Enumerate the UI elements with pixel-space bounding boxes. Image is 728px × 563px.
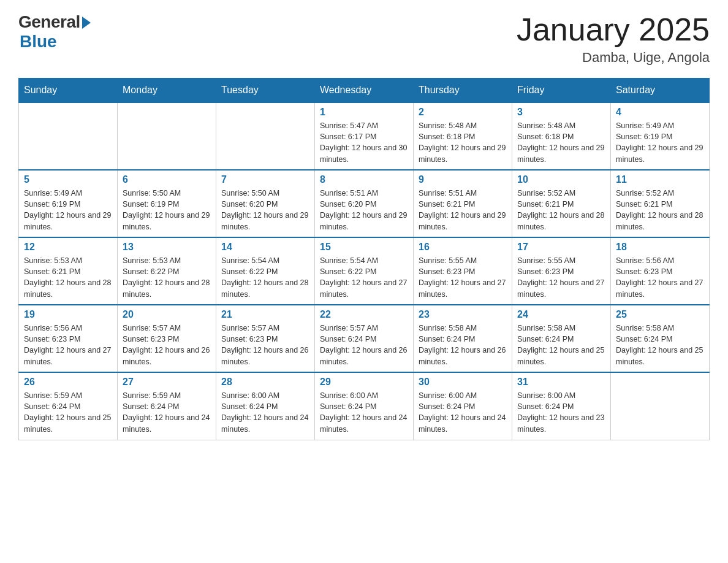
- week-row-3: 12Sunrise: 5:53 AMSunset: 6:21 PMDayligh…: [19, 237, 710, 305]
- day-info: Sunrise: 6:00 AMSunset: 6:24 PMDaylight:…: [320, 390, 408, 435]
- header-thursday: Thursday: [414, 79, 512, 103]
- calendar-cell: 28Sunrise: 6:00 AMSunset: 6:24 PMDayligh…: [216, 372, 315, 440]
- calendar-cell: 14Sunrise: 5:54 AMSunset: 6:22 PMDayligh…: [216, 237, 315, 305]
- day-info: Sunrise: 5:50 AMSunset: 6:20 PMDaylight:…: [221, 188, 309, 232]
- day-number: 20: [123, 309, 211, 320]
- calendar-cell: 10Sunrise: 5:52 AMSunset: 6:21 PMDayligh…: [512, 170, 611, 237]
- day-number: 14: [221, 242, 309, 253]
- calendar-cell: 7Sunrise: 5:50 AMSunset: 6:20 PMDaylight…: [216, 170, 315, 237]
- calendar-cell: 3Sunrise: 5:48 AMSunset: 6:18 PMDaylight…: [512, 102, 611, 170]
- day-info: Sunrise: 5:58 AMSunset: 6:24 PMDaylight:…: [517, 323, 605, 367]
- logo: General Blue: [18, 12, 91, 52]
- day-number: 12: [24, 242, 112, 253]
- calendar-header-row: SundayMondayTuesdayWednesdayThursdayFrid…: [19, 79, 710, 103]
- logo-arrow-icon: [82, 17, 91, 29]
- day-number: 18: [616, 242, 704, 253]
- day-number: 7: [221, 174, 309, 185]
- day-info: Sunrise: 5:56 AMSunset: 6:23 PMDaylight:…: [24, 323, 112, 367]
- calendar-cell: 26Sunrise: 5:59 AMSunset: 6:24 PMDayligh…: [19, 372, 118, 440]
- day-info: Sunrise: 5:57 AMSunset: 6:24 PMDaylight:…: [320, 323, 408, 367]
- day-number: 23: [419, 309, 507, 320]
- calendar-cell: 27Sunrise: 5:59 AMSunset: 6:24 PMDayligh…: [118, 372, 216, 440]
- day-info: Sunrise: 5:59 AMSunset: 6:24 PMDaylight:…: [123, 390, 211, 435]
- day-info: Sunrise: 5:51 AMSunset: 6:21 PMDaylight:…: [419, 188, 507, 232]
- calendar-cell: 15Sunrise: 5:54 AMSunset: 6:22 PMDayligh…: [315, 237, 414, 305]
- week-row-2: 5Sunrise: 5:49 AMSunset: 6:19 PMDaylight…: [19, 170, 710, 237]
- day-number: 27: [123, 377, 211, 388]
- header-saturday: Saturday: [611, 79, 710, 103]
- calendar-cell: 2Sunrise: 5:48 AMSunset: 6:18 PMDaylight…: [414, 102, 512, 170]
- calendar-cell: 5Sunrise: 5:49 AMSunset: 6:19 PMDaylight…: [19, 170, 118, 237]
- calendar-cell: 17Sunrise: 5:55 AMSunset: 6:23 PMDayligh…: [512, 237, 611, 305]
- week-row-1: 1Sunrise: 5:47 AMSunset: 6:17 PMDaylight…: [19, 102, 710, 170]
- logo-general-text: General: [18, 12, 80, 32]
- day-number: 13: [123, 242, 211, 253]
- calendar-table: SundayMondayTuesdayWednesdayThursdayFrid…: [18, 78, 710, 440]
- day-info: Sunrise: 5:52 AMSunset: 6:21 PMDaylight:…: [616, 188, 704, 232]
- calendar-location: Damba, Uige, Angola: [517, 50, 710, 66]
- calendar-cell: [19, 102, 118, 170]
- calendar-cell: 18Sunrise: 5:56 AMSunset: 6:23 PMDayligh…: [611, 237, 710, 305]
- header-monday: Monday: [118, 79, 216, 103]
- day-number: 1: [320, 107, 408, 118]
- day-info: Sunrise: 5:54 AMSunset: 6:22 PMDaylight:…: [221, 255, 309, 300]
- day-number: 6: [123, 174, 211, 185]
- day-info: Sunrise: 6:00 AMSunset: 6:24 PMDaylight:…: [221, 390, 309, 435]
- day-number: 17: [517, 242, 605, 253]
- day-number: 28: [221, 377, 309, 388]
- day-info: Sunrise: 6:00 AMSunset: 6:24 PMDaylight:…: [419, 390, 507, 435]
- day-info: Sunrise: 5:49 AMSunset: 6:19 PMDaylight:…: [616, 120, 704, 165]
- logo-blue-text: Blue: [20, 32, 57, 52]
- calendar-cell: 29Sunrise: 6:00 AMSunset: 6:24 PMDayligh…: [315, 372, 414, 440]
- calendar-cell: [118, 102, 216, 170]
- day-number: 15: [320, 242, 408, 253]
- calendar-cell: 13Sunrise: 5:53 AMSunset: 6:22 PMDayligh…: [118, 237, 216, 305]
- day-info: Sunrise: 5:48 AMSunset: 6:18 PMDaylight:…: [419, 120, 507, 165]
- calendar-cell: 31Sunrise: 6:00 AMSunset: 6:24 PMDayligh…: [512, 372, 611, 440]
- day-number: 26: [24, 377, 112, 388]
- day-info: Sunrise: 5:47 AMSunset: 6:17 PMDaylight:…: [320, 120, 408, 165]
- day-info: Sunrise: 5:53 AMSunset: 6:22 PMDaylight:…: [123, 255, 211, 300]
- day-number: 4: [616, 107, 704, 118]
- day-info: Sunrise: 5:58 AMSunset: 6:24 PMDaylight:…: [419, 323, 507, 367]
- day-info: Sunrise: 5:57 AMSunset: 6:23 PMDaylight:…: [221, 323, 309, 367]
- day-number: 3: [517, 107, 605, 118]
- day-number: 9: [419, 174, 507, 185]
- day-number: 16: [419, 242, 507, 253]
- day-number: 25: [616, 309, 704, 320]
- day-number: 30: [419, 377, 507, 388]
- day-info: Sunrise: 6:00 AMSunset: 6:24 PMDaylight:…: [517, 390, 605, 435]
- calendar-title: January 2025: [517, 12, 710, 47]
- day-number: 19: [24, 309, 112, 320]
- day-info: Sunrise: 5:53 AMSunset: 6:21 PMDaylight:…: [24, 255, 112, 300]
- calendar-cell: 25Sunrise: 5:58 AMSunset: 6:24 PMDayligh…: [611, 305, 710, 372]
- calendar-cell: 6Sunrise: 5:50 AMSunset: 6:19 PMDaylight…: [118, 170, 216, 237]
- day-number: 2: [419, 107, 507, 118]
- calendar-cell: 12Sunrise: 5:53 AMSunset: 6:21 PMDayligh…: [19, 237, 118, 305]
- calendar-cell: 16Sunrise: 5:55 AMSunset: 6:23 PMDayligh…: [414, 237, 512, 305]
- day-info: Sunrise: 5:51 AMSunset: 6:20 PMDaylight:…: [320, 188, 408, 232]
- day-info: Sunrise: 5:58 AMSunset: 6:24 PMDaylight:…: [616, 323, 704, 367]
- day-number: 22: [320, 309, 408, 320]
- header-sunday: Sunday: [19, 79, 118, 103]
- day-info: Sunrise: 5:49 AMSunset: 6:19 PMDaylight:…: [24, 188, 112, 232]
- calendar-cell: 24Sunrise: 5:58 AMSunset: 6:24 PMDayligh…: [512, 305, 611, 372]
- week-row-4: 19Sunrise: 5:56 AMSunset: 6:23 PMDayligh…: [19, 305, 710, 372]
- day-number: 10: [517, 174, 605, 185]
- calendar-cell: [611, 372, 710, 440]
- header-info: January 2025 Damba, Uige, Angola: [517, 12, 710, 66]
- day-number: 31: [517, 377, 605, 388]
- day-info: Sunrise: 5:57 AMSunset: 6:23 PMDaylight:…: [123, 323, 211, 367]
- calendar-cell: 22Sunrise: 5:57 AMSunset: 6:24 PMDayligh…: [315, 305, 414, 372]
- day-info: Sunrise: 5:54 AMSunset: 6:22 PMDaylight:…: [320, 255, 408, 300]
- day-info: Sunrise: 5:55 AMSunset: 6:23 PMDaylight:…: [419, 255, 507, 300]
- day-number: 29: [320, 377, 408, 388]
- header-tuesday: Tuesday: [216, 79, 315, 103]
- day-info: Sunrise: 5:52 AMSunset: 6:21 PMDaylight:…: [517, 188, 605, 232]
- calendar-cell: [216, 102, 315, 170]
- calendar-cell: 4Sunrise: 5:49 AMSunset: 6:19 PMDaylight…: [611, 102, 710, 170]
- day-info: Sunrise: 5:50 AMSunset: 6:19 PMDaylight:…: [123, 188, 211, 232]
- day-info: Sunrise: 5:55 AMSunset: 6:23 PMDaylight:…: [517, 255, 605, 300]
- calendar-cell: 19Sunrise: 5:56 AMSunset: 6:23 PMDayligh…: [19, 305, 118, 372]
- calendar-cell: 23Sunrise: 5:58 AMSunset: 6:24 PMDayligh…: [414, 305, 512, 372]
